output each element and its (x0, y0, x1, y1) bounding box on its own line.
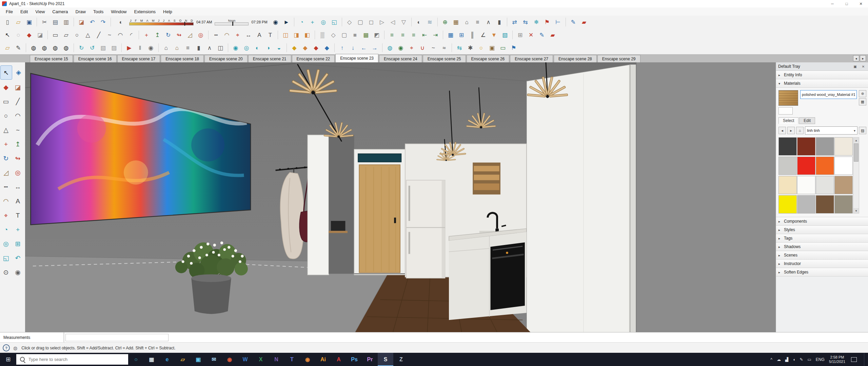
grid-tool-button[interactable]: ⊞ (456, 30, 467, 40)
materials-tab-edit[interactable]: Edit (799, 117, 815, 124)
pin-tray-button[interactable]: ▣ (852, 63, 858, 69)
material-swatch[interactable] (816, 176, 834, 194)
material-swatch[interactable] (816, 157, 834, 175)
sketch-pencil-button[interactable]: ✎ (568, 17, 578, 27)
protractor-button[interactable]: ◠ (222, 30, 232, 40)
dimension-button[interactable]: ↔ (12, 180, 23, 194)
close-button[interactable]: ✕ (854, 0, 868, 7)
section-materials[interactable]: ▾ Materials (776, 79, 868, 88)
hidden-icons-icon[interactable]: ^ (770, 357, 772, 362)
section-soften-edges[interactable]: ▸Soften Edges (776, 268, 868, 277)
material-swatch[interactable] (834, 137, 853, 156)
material-name-field[interactable] (800, 90, 857, 99)
offset-button[interactable]: ◎ (196, 30, 206, 40)
scene-tab-enscape-scene-25[interactable]: Enscape scene 25 (423, 55, 466, 62)
right-view-button[interactable]: ▷ (377, 17, 387, 27)
maximize-button[interactable]: □ (840, 0, 854, 7)
material-swatch[interactable] (778, 137, 797, 156)
acrobat-taskbar-button[interactable]: A (331, 353, 347, 366)
pause-animation-button[interactable]: ‖ (135, 43, 145, 53)
zoom-taskbar-button[interactable]: Z (393, 353, 409, 366)
tape-measure-button[interactable]: ┅ (211, 30, 221, 40)
roof-pitch-button[interactable]: ∧ (204, 43, 215, 53)
arrow-up-button[interactable]: ↑ (337, 43, 347, 53)
flip-copy-button[interactable]: ⇄ (510, 17, 520, 27)
wall-tool-button[interactable]: ▮ (494, 17, 505, 27)
rotate-button[interactable]: ↻ (163, 30, 173, 40)
loop-select-2-button[interactable]: ◍ (39, 43, 50, 53)
premiere-taskbar-button[interactable]: Pr (362, 353, 378, 366)
pan-button[interactable]: + (12, 223, 23, 236)
box-gray-2-button[interactable]: ▨ (109, 43, 119, 53)
pie-arc-button[interactable]: ◜ (126, 30, 136, 40)
section-plane-button[interactable]: ◫ (280, 30, 291, 40)
material-swatch[interactable] (834, 176, 853, 194)
textured-mode-button[interactable]: ▩ (361, 30, 371, 40)
table-grid-button[interactable]: ⊞ (515, 30, 525, 40)
start-button[interactable]: ⊞ (0, 353, 16, 366)
menu-camera[interactable]: Camera (48, 7, 72, 16)
guide-lines-button[interactable]: ║ (467, 30, 477, 40)
scale-button[interactable]: ◿ (185, 30, 195, 40)
tape-measure-button[interactable]: ┅ (0, 180, 12, 194)
scene-tab-enscape-scene-23[interactable]: Enscape scene 23 (335, 54, 378, 62)
menu-extensions[interactable]: Extensions (131, 7, 160, 16)
tabs-scroll-left-button[interactable]: ◂ (853, 55, 859, 61)
scroll-track[interactable] (853, 143, 859, 208)
stair-tool-button[interactable]: ≡ (473, 17, 483, 27)
rectangle-button[interactable]: ▭ (50, 30, 60, 40)
solid-trim-button[interactable]: ◐ (252, 43, 262, 53)
materials-collection-dropdown[interactable]: linh tinh ▾ (805, 126, 857, 135)
photoshop-taskbar-button[interactable]: Ps (347, 353, 362, 366)
eraser-button[interactable]: ◪ (12, 80, 23, 94)
scroll-up-icon[interactable]: ▴ (853, 138, 859, 143)
rectangle-button[interactable]: ▭ (0, 95, 12, 108)
solid-union-button[interactable]: ◉ (231, 43, 241, 53)
smart-eraser-button[interactable]: ◪ (35, 30, 45, 40)
scene-tab-enscape-scene-17[interactable]: Enscape scene 17 (117, 55, 160, 62)
material-swatch[interactable] (816, 195, 834, 214)
house-front-button[interactable]: ⌂ (161, 43, 171, 53)
open-folder-button[interactable]: ▱ (13, 17, 23, 27)
scene-tab-enscape-scene-18[interactable]: Enscape scene 18 (161, 55, 204, 62)
freehand-button[interactable]: ~ (104, 30, 115, 40)
component-yellow-button[interactable]: ◆ (289, 43, 299, 53)
menu-help[interactable]: Help (159, 7, 176, 16)
template-folder-button[interactable]: ▱ (2, 43, 13, 53)
label-tool-button[interactable]: ⚑ (509, 43, 519, 53)
shadow-toggle-button[interactable]: ◐ (116, 17, 126, 27)
materials-tab-select[interactable]: Select (778, 117, 798, 124)
component-red-button[interactable]: ◆ (311, 43, 321, 53)
section-shadows[interactable]: ▸Shadows (776, 243, 868, 251)
distribute-h-button[interactable]: ⇤ (419, 30, 430, 40)
follow-me-button[interactable]: ↬ (12, 151, 23, 165)
date-slider-marker[interactable] (184, 22, 185, 26)
front-view-button[interactable]: ◻ (366, 17, 376, 27)
section-scenes[interactable]: ▸Scenes (776, 251, 868, 260)
edge-taskbar-button[interactable]: e (159, 353, 175, 366)
material-swatch[interactable] (797, 195, 815, 214)
section-entity-info[interactable]: ▸Entity Info (776, 71, 868, 79)
arrow-right-button[interactable]: → (370, 43, 380, 53)
select-button[interactable]: ↖ (0, 65, 12, 80)
xray-mode-button[interactable]: ▒ (317, 30, 328, 40)
material-swatch[interactable] (797, 157, 815, 175)
solid-split-button[interactable]: ◒ (274, 43, 284, 53)
copy-button[interactable]: ▤ (50, 17, 60, 27)
menu-window[interactable]: Window (107, 7, 130, 16)
network-icon[interactable]: ▟ (785, 357, 788, 362)
target-point-button[interactable]: ⌖ (407, 43, 417, 53)
back-view-button[interactable]: ◁ (388, 17, 398, 27)
unweld-edges-button[interactable]: ≈ (439, 43, 449, 53)
scene-tab-enscape-scene-22[interactable]: Enscape scene 22 (292, 55, 335, 62)
chrome-taskbar-button[interactable]: ◉ (222, 353, 237, 366)
frame-tool-button[interactable]: ◫ (215, 43, 225, 53)
position-camera-button[interactable]: ⊙ (0, 265, 12, 279)
menu-edit[interactable]: Edit (17, 7, 32, 16)
rotate-button[interactable]: ↻ (0, 151, 12, 165)
look-around-button[interactable]: ◉ (12, 265, 23, 279)
earth-view-button[interactable]: ◉ (396, 43, 406, 53)
orbit-tool-button[interactable]: ◔ (297, 17, 307, 27)
arc-button[interactable]: ◠ (12, 109, 23, 122)
shaded-mode-button[interactable]: ■ (350, 30, 360, 40)
